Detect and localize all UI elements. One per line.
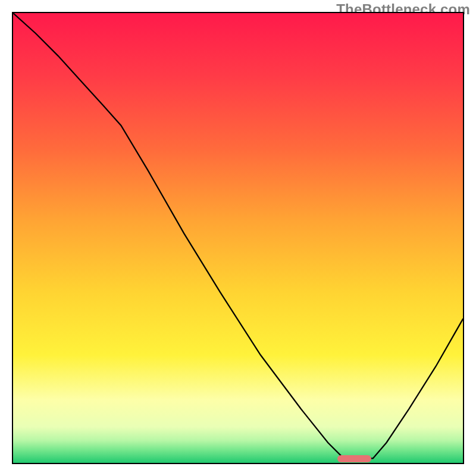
bottleneck-curve <box>13 13 463 458</box>
chart-frame <box>12 12 464 464</box>
curve-layer <box>13 13 463 463</box>
optimum-marker <box>337 455 371 462</box>
chart-canvas: TheBottleneck.com <box>0 0 476 476</box>
